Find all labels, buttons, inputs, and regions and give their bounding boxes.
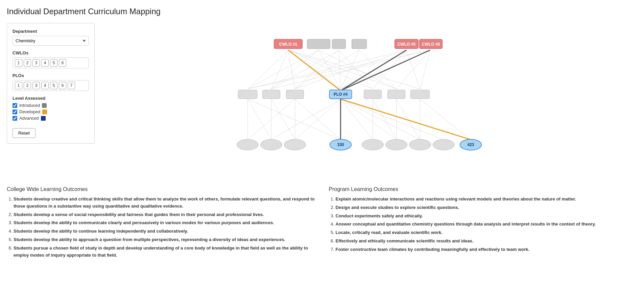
reset-button[interactable]: Reset xyxy=(13,128,35,138)
svg-rect-58 xyxy=(352,39,367,49)
advanced-label: Advanced xyxy=(19,116,39,121)
developed-checkbox[interactable] xyxy=(13,110,17,114)
svg-line-0 xyxy=(248,50,288,89)
svg-line-11 xyxy=(271,50,339,89)
cwlo-btn-6[interactable]: 6 xyxy=(59,59,66,67)
svg-line-30 xyxy=(248,99,341,140)
svg-line-32 xyxy=(271,99,295,140)
cwlo-outcomes-title: College Wide Learning Outcomes xyxy=(7,186,315,192)
svg-rect-68 xyxy=(364,90,382,99)
plo-buttons: 1 2 3 4 5 6 7 xyxy=(13,80,89,91)
svg-line-29 xyxy=(248,99,271,140)
svg-point-72 xyxy=(261,139,282,150)
svg-line-2 xyxy=(288,50,295,89)
plo-outcomes-col: Program Learning Outcomes Explain atomic… xyxy=(329,186,638,260)
graph-area: CWLO #1 CWLO #5 CWLO #6 PLO #4 xyxy=(95,23,637,176)
curriculum-graph[interactable]: CWLO #1 CWLO #5 CWLO #6 PLO #4 xyxy=(95,23,637,175)
svg-rect-69 xyxy=(388,90,405,99)
svg-rect-70 xyxy=(411,90,430,99)
svg-line-48 xyxy=(420,99,471,140)
plo-btn-1[interactable]: 1 xyxy=(15,82,22,89)
svg-line-1 xyxy=(271,50,288,89)
plo-btn-4[interactable]: 4 xyxy=(41,82,49,89)
introduced-checkbox[interactable] xyxy=(13,103,17,108)
svg-line-7 xyxy=(248,50,319,89)
svg-line-44 xyxy=(373,99,397,140)
plo-btn-5[interactable]: 5 xyxy=(50,82,57,89)
svg-point-77 xyxy=(386,139,407,150)
cwlo-outcomes-list: Students develop creative and critical t… xyxy=(7,196,315,259)
svg-point-73 xyxy=(284,139,306,150)
svg-line-52 xyxy=(341,50,430,91)
cwlo-btn-5[interactable]: 5 xyxy=(50,59,57,67)
cwlo-btn-4[interactable]: 4 xyxy=(41,59,49,67)
cwlo-btn-1[interactable]: 1 xyxy=(15,59,22,67)
cwlo-buttons: 1 2 3 4 5 6 xyxy=(13,57,89,68)
cwlo-btn-2[interactable]: 2 xyxy=(24,59,31,67)
svg-text:330: 330 xyxy=(337,142,344,147)
advanced-color xyxy=(41,116,46,121)
outcomes-section: College Wide Learning Outcomes Students … xyxy=(7,183,637,260)
cwlos-label: CWLOs xyxy=(13,50,89,55)
svg-line-39 xyxy=(341,99,397,140)
cwlo-outcomes-col: College Wide Learning Outcomes Students … xyxy=(7,186,315,260)
svg-text:PLO #4: PLO #4 xyxy=(334,92,348,97)
plo-outcome-1: Explain atomic/molecular interactions an… xyxy=(336,196,638,203)
svg-point-71 xyxy=(237,139,259,150)
svg-line-41 xyxy=(341,99,444,140)
svg-line-38 xyxy=(341,99,373,140)
plo-btn-6[interactable]: 6 xyxy=(59,82,66,89)
plo-outcome-4: Answer conceptual and quantitative chemi… xyxy=(336,221,638,228)
plo-btn-3[interactable]: 3 xyxy=(32,82,40,89)
introduced-color xyxy=(42,103,47,108)
department-section: Department Chemistry xyxy=(13,29,89,46)
svg-line-49 xyxy=(288,50,341,91)
svg-line-12 xyxy=(295,50,339,89)
plo-outcome-5: Locate, critically read, and evaluate sc… xyxy=(336,229,638,236)
cwlo-outcome-4: Students develop the ability to continue… xyxy=(14,228,315,235)
advanced-checkbox[interactable] xyxy=(13,116,17,121)
plo-btn-7[interactable]: 7 xyxy=(68,82,75,89)
department-select[interactable]: Chemistry xyxy=(13,36,89,46)
svg-point-79 xyxy=(433,139,455,150)
svg-line-9 xyxy=(319,50,341,89)
introduced-label: Introduced xyxy=(19,103,40,108)
svg-text:CWLO #5: CWLO #5 xyxy=(398,42,416,47)
cwlo-outcome-3: Students develop the ability to communic… xyxy=(14,219,315,227)
svg-line-18 xyxy=(248,50,407,89)
svg-text:423: 423 xyxy=(467,142,474,147)
level-section: Level Assessed Introduced Developed Adva… xyxy=(13,96,89,121)
svg-line-23 xyxy=(248,50,430,89)
svg-rect-64 xyxy=(263,90,280,99)
plo-outcome-6: Effectively and ethically communicate sc… xyxy=(336,238,638,245)
svg-text:CWLO #1: CWLO #1 xyxy=(279,42,297,47)
cwlo-outcome-5: Students develop the ability to approach… xyxy=(14,236,315,243)
plo-outcome-7: Foster constructive team climates by con… xyxy=(336,246,638,253)
legend-introduced: Introduced xyxy=(13,103,89,108)
cwlo-outcome-2: Students develop a sense of social respo… xyxy=(14,211,315,218)
cwlos-section: CWLOs 1 2 3 4 5 6 xyxy=(13,50,89,68)
department-label: Department xyxy=(13,29,89,34)
cwlo-btn-3[interactable]: 3 xyxy=(32,59,40,67)
svg-text:CWLO #6: CWLO #6 xyxy=(422,42,440,47)
svg-line-14 xyxy=(339,50,373,89)
cwlo-outcome-6: Students pursue a chosen field of study … xyxy=(14,245,315,259)
svg-rect-63 xyxy=(238,90,257,99)
cwlo-outcome-1: Students develop creative and critical t… xyxy=(14,196,315,210)
plos-section: PLOs 1 2 3 4 5 6 7 xyxy=(13,73,89,91)
plo-outcomes-list: Explain atomic/molecular interactions an… xyxy=(329,196,638,253)
svg-line-50 xyxy=(341,99,471,140)
svg-line-51 xyxy=(341,50,407,91)
legend-developed: Developed xyxy=(13,109,89,114)
developed-color xyxy=(42,110,47,114)
svg-point-76 xyxy=(362,139,384,150)
svg-line-36 xyxy=(271,99,341,140)
plo-outcome-2: Design and execute studies to explore sc… xyxy=(336,204,638,211)
svg-rect-56 xyxy=(307,39,330,49)
svg-rect-57 xyxy=(332,39,346,49)
plo-outcome-3: Conduct experiments safely and ethically… xyxy=(336,213,638,220)
legend-advanced: Advanced xyxy=(13,116,89,121)
page-title: Individual Department Curriculum Mapping xyxy=(7,7,637,16)
svg-point-78 xyxy=(409,139,431,150)
plo-btn-2[interactable]: 2 xyxy=(24,82,31,89)
